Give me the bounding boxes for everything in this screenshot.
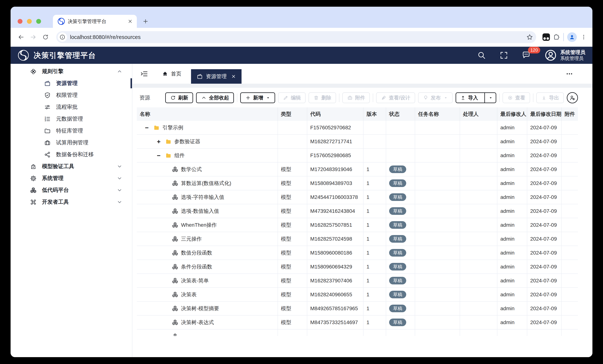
table-row[interactable]: 三元操作模型M16282570245981草稿admin2024-07-09	[137, 232, 578, 246]
sidebar-item-数据备份和迁移[interactable]: 数据备份和迁移	[11, 148, 132, 160]
type-cell: 模型	[278, 260, 307, 273]
fullscreen-icon[interactable]	[499, 51, 508, 60]
table-row[interactable]: 选项-数值输入值模型M473924162438041草稿admin2024-07…	[137, 204, 578, 218]
back-button[interactable]	[16, 32, 26, 42]
sidebar-item-系统管理[interactable]: 系统管理	[11, 172, 132, 184]
version-cell	[363, 330, 386, 336]
resource-name: 条件分段函数	[181, 263, 212, 270]
table-row[interactable]: 数值分段函数模型M15809600801861草稿admin2024-07-09	[137, 246, 578, 260]
table-row[interactable]: 决策表-简单模型M16282379074061草稿admin2024-07-09	[137, 274, 578, 288]
forward-button[interactable]	[28, 32, 38, 42]
browser-window: 决策引擎管理平台 localhost:8080/#/re/resources 决…	[11, 7, 592, 357]
minimize-window-button[interactable]	[27, 19, 32, 24]
date-cell: 2024-07-09	[527, 135, 562, 148]
table-row[interactable]: 条件分段函数模型M15809606943291草稿admin2024-07-09	[137, 260, 578, 274]
address-bar[interactable]: localhost:8080/#/re/resources	[56, 31, 536, 43]
sidebar-item-资源管理[interactable]: 资源管理	[11, 77, 132, 89]
code-cell: F1576052980685	[307, 148, 363, 162]
user-avatar-icon[interactable]	[545, 49, 557, 61]
expand-node-icon[interactable]: +	[157, 138, 163, 145]
table-row[interactable]: 决策树-模型摘要模型M8492657851679651草稿admin2024-0…	[137, 302, 578, 316]
version-cell: 1	[363, 204, 386, 218]
发布-button: 发布	[418, 92, 453, 103]
reload-button[interactable]	[41, 32, 50, 42]
tab-close-icon[interactable]	[231, 74, 236, 79]
table-row[interactable]: −引擎示例F1576052970682admin2024-07-09	[137, 121, 578, 135]
browser-profile-avatar[interactable]	[567, 32, 577, 42]
handler-cell	[460, 176, 497, 190]
table-row[interactable]: 决策树-表达式模型M8473573325146971草稿admin2024-07…	[137, 316, 578, 330]
new-tab-button[interactable]	[142, 15, 149, 28]
shieldcheck-icon	[44, 92, 51, 99]
search-icon[interactable]	[477, 51, 486, 60]
version-cell	[363, 135, 386, 148]
close-window-button[interactable]	[18, 19, 23, 24]
status-badge: 草稿	[389, 221, 406, 229]
table-row[interactable]	[137, 330, 578, 336]
browser-tab[interactable]: 决策引擎管理平台	[53, 15, 137, 28]
tab-close-icon[interactable]	[128, 19, 133, 24]
sidebar-item-低代码平台[interactable]: 低代码平台	[11, 184, 132, 196]
model-icon	[172, 319, 178, 326]
status-cell	[386, 148, 415, 162]
extensions-puzzle-icon[interactable]	[553, 34, 560, 41]
date-cell: 2024-07-09	[527, 204, 562, 218]
zoom-window-button[interactable]	[36, 19, 41, 24]
task-cell	[415, 288, 460, 301]
chevup-icon	[201, 95, 207, 101]
pen-icon	[381, 95, 386, 101]
table-row[interactable]: 选项-字符串输入值模型M2454471060033781草稿admin2024-…	[137, 190, 578, 204]
code-cell: M1628257507851	[307, 218, 363, 232]
sidebar-item-模型验证工具[interactable]: 模型验证工具	[11, 160, 132, 172]
全部收起-button[interactable]: 全部收起	[196, 92, 234, 103]
user-permission-button[interactable]	[567, 92, 578, 103]
新增-button[interactable]: 新增	[240, 92, 275, 103]
sidebar-item-规则引擎[interactable]: 规则引擎	[11, 66, 132, 77]
site-info-icon[interactable]	[58, 33, 67, 42]
resource-name: 选项-数值输入值	[181, 208, 219, 215]
sidebar-item-开发者工具[interactable]: 开发者工具	[11, 196, 132, 208]
table-row[interactable]: 算数运算(数值格式化)模型M15808943897031草稿admin2024-…	[137, 176, 578, 190]
collapse-sidebar-icon[interactable]	[140, 70, 148, 78]
sidebar-item-特征库管理[interactable]: 特征库管理	[11, 125, 132, 137]
bagcheck-icon	[30, 163, 37, 170]
extension-icon[interactable]	[543, 34, 550, 41]
column-header: 类型	[278, 107, 307, 121]
attach-cell	[562, 302, 578, 315]
version-cell: 1	[363, 162, 386, 176]
chevron-down-icon	[117, 199, 122, 205]
user-name: 系统管理员	[560, 49, 585, 56]
刷新-button[interactable]: 刷新	[165, 92, 193, 103]
type-cell	[278, 330, 307, 336]
more-options-icon[interactable]	[566, 70, 573, 78]
sidebar-item-流程审批[interactable]: 流程审批	[11, 101, 132, 113]
resource-table: 名称类型代码版本状态任务名称处理人最后修改人最后修改日期附件 −引擎示例F157…	[137, 107, 578, 336]
status-cell	[386, 121, 415, 134]
dropdown-caret[interactable]	[484, 93, 496, 102]
resource-name: 引擎示例	[162, 124, 183, 131]
导入-button[interactable]: 导入	[456, 92, 496, 103]
table-row[interactable]: −组件F1576052980685admin2024-07-09	[137, 148, 578, 162]
attach-cell	[562, 121, 578, 134]
status-badge: 草稿	[389, 318, 406, 326]
handler-cell	[460, 274, 497, 287]
sidebar-item-试算用例管理[interactable]: 试算用例管理	[11, 137, 132, 148]
collapse-node-icon[interactable]: −	[157, 152, 163, 159]
bookmark-star-icon[interactable]	[526, 34, 533, 41]
sidebar-item-权限管理[interactable]: 权限管理	[11, 89, 132, 101]
handler-cell	[460, 316, 497, 329]
messages-button[interactable]: 120	[522, 50, 531, 60]
附件-button: 附件	[342, 92, 370, 103]
task-cell	[415, 330, 460, 336]
table-row[interactable]: 决策表模型M16282409606551草稿admin2024-07-09	[137, 288, 578, 302]
sidebar-item-元数据管理[interactable]: 元数据管理	[11, 113, 132, 125]
tab-resource-management[interactable]: 资源管理	[191, 69, 242, 84]
browser-menu-icon[interactable]	[580, 34, 587, 40]
collapse-node-icon[interactable]: −	[145, 125, 151, 131]
tab-home[interactable]: 首页	[162, 70, 181, 77]
type-cell: 模型	[278, 218, 307, 232]
resource-name: 决策表	[181, 291, 197, 298]
table-row[interactable]: WhenThen操作模型M16282575078511草稿admin2024-0…	[137, 218, 578, 232]
table-row[interactable]: 数学公式模型M17204839190461草稿admin2024-07-09	[137, 162, 578, 176]
table-row[interactable]: +参数验证器M1628272717741admin2024-07-09	[137, 135, 578, 148]
